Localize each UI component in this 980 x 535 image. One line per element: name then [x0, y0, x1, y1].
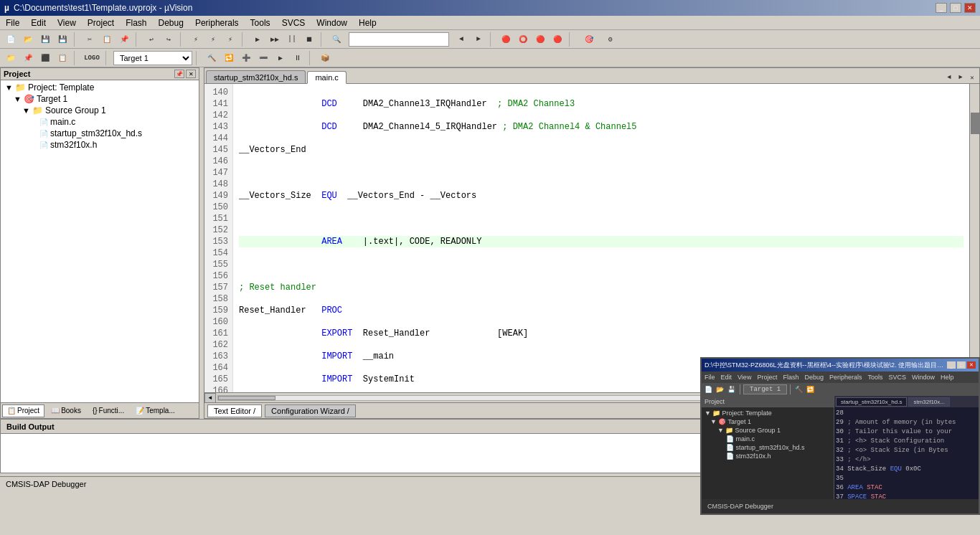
overlay-menu-project[interactable]: Project	[757, 374, 777, 381]
overlay-menu-file[interactable]: File	[705, 374, 715, 381]
search-next-button[interactable]: ►	[471, 32, 486, 47]
cut-button[interactable]: ✂	[82, 32, 98, 47]
save-all-button[interactable]: 💾	[55, 32, 70, 47]
tab-startup[interactable]: startup_stm32f10x_hd.s	[206, 70, 306, 83]
overlay-menu-svcs[interactable]: SVCS	[889, 374, 907, 381]
menu-edit[interactable]: Edit	[25, 16, 52, 29]
overlay-tab-stm32[interactable]: stm32f10x...	[908, 397, 950, 407]
overlay-menu-help[interactable]: Help	[941, 374, 954, 381]
overlay-menu-flash[interactable]: Flash	[783, 374, 798, 381]
overlay-menu-tools[interactable]: Tools	[867, 374, 882, 381]
overlay-build-btn[interactable]: 🔨	[793, 386, 804, 394]
scroll-thumb[interactable]	[218, 396, 275, 400]
logo-btn[interactable]: LOGO	[82, 50, 102, 66]
search-button[interactable]: 🔍	[329, 32, 344, 47]
bottom-tab-text-editor[interactable]: Text Editor /	[207, 404, 262, 417]
overlay-menu-view[interactable]: View	[738, 374, 751, 381]
tree-target1[interactable]: ▼ 🎯 Target 1	[2, 93, 197, 105]
pp-tab-project[interactable]: 📋 Project	[2, 404, 44, 417]
tb-btn-3[interactable]: ⚡	[222, 32, 238, 47]
copy-button[interactable]: 📋	[99, 32, 115, 47]
tree-file-startup[interactable]: 📄 startup_stm32f10x_hd.s	[2, 128, 197, 139]
pp-tab-functions[interactable]: {} Functi...	[88, 404, 129, 417]
code-content[interactable]: DCD DMA2_Channel3_IRQHandler ; DMA2 Chan…	[233, 84, 969, 392]
open-button[interactable]: 📂	[20, 32, 36, 47]
overlay-menu-edit[interactable]: Edit	[721, 374, 732, 381]
target-icon[interactable]: 🎯	[577, 32, 601, 47]
tb-icon-4[interactable]: 🔴	[550, 32, 565, 47]
tab-scroll-right[interactable]: ►	[955, 72, 966, 83]
project-panel-pin[interactable]: 📌	[174, 70, 184, 78]
overlay-tb-3[interactable]: 💾	[726, 386, 737, 394]
overlay-rebuild-btn[interactable]: 🔁	[805, 386, 816, 394]
overlay-minimize[interactable]: _	[947, 361, 956, 369]
close-button[interactable]: ✕	[964, 3, 976, 13]
save-button[interactable]: 💾	[37, 32, 53, 47]
overlay-menu-peripherals[interactable]: Peripherals	[829, 374, 862, 381]
tb-btn-1[interactable]: ⚡	[188, 32, 204, 47]
menu-debug[interactable]: Debug	[153, 16, 189, 29]
tb2-3[interactable]: ⬛	[37, 50, 53, 66]
overlay-menu-window[interactable]: Window	[912, 374, 935, 381]
tree-file-main[interactable]: 📄 main.c	[2, 116, 197, 128]
overlay-maximize[interactable]: □	[957, 361, 966, 369]
tb-icon-3[interactable]: 🔴	[532, 32, 548, 47]
minimize-button[interactable]: _	[936, 3, 947, 13]
overlay-tree-file-main[interactable]: 📄 main.c	[703, 435, 832, 443]
scroll-left-btn[interactable]: ◄	[204, 393, 216, 403]
menu-peripherals[interactable]: Peripherals	[189, 16, 245, 29]
rebuild-btn[interactable]: 🔁	[221, 50, 237, 66]
overlay-tree-root[interactable]: ▼ 📁 Project: Template	[703, 409, 832, 417]
overlay-tree-group[interactable]: ▼ 📁 Source Group 1	[703, 426, 832, 435]
tb-icon-1[interactable]: 🔴	[498, 32, 514, 47]
overlay-tree-file-startup[interactable]: 📄 startup_stm32f10x_hd.s	[703, 443, 832, 452]
target-dropdown[interactable]: Target 1	[113, 51, 192, 65]
panel-resize-handle[interactable]	[199, 67, 202, 419]
tb2-6[interactable]: ➖	[255, 50, 271, 66]
tb-btn-5[interactable]: ▶▶	[267, 32, 283, 47]
menu-file[interactable]: File	[0, 16, 25, 29]
overlay-tb-2[interactable]: 📂	[715, 386, 725, 394]
paste-button[interactable]: 📌	[116, 32, 132, 47]
menu-project[interactable]: Project	[82, 16, 120, 29]
maximize-button[interactable]: □	[950, 3, 961, 13]
build-btn[interactable]: 🔨	[204, 50, 220, 66]
pp-tab-books[interactable]: 📖 Books	[46, 404, 86, 417]
new-file-button[interactable]: 📄	[3, 32, 19, 47]
redo-button[interactable]: ↪	[161, 32, 176, 47]
menu-flash[interactable]: Flash	[120, 16, 152, 29]
tb-btn-6[interactable]: ||	[284, 32, 300, 47]
tb2-5[interactable]: ➕	[238, 50, 254, 66]
menu-window[interactable]: Window	[311, 16, 353, 29]
tb-icon-2[interactable]: ⭕	[515, 32, 531, 47]
tab-scroll-left[interactable]: ◄	[943, 72, 955, 83]
editor-scrollbar[interactable]	[969, 84, 979, 392]
tab-close-btn[interactable]: ✕	[966, 72, 978, 83]
tree-file-stm32[interactable]: 📄 stm32f10x.h	[2, 139, 197, 151]
overlay-tab-startup[interactable]: startup_stm32f10x_hd.s	[836, 397, 907, 407]
menu-svcs[interactable]: SVCS	[276, 16, 311, 29]
tb2-8[interactable]: ⏸	[290, 50, 306, 66]
overlay-menu-debug[interactable]: Debug	[804, 374, 824, 381]
search-input[interactable]	[349, 32, 449, 47]
tb-extra-1[interactable]: ⚙	[603, 32, 618, 47]
overlay-tb-1[interactable]: 📄	[703, 386, 714, 394]
tb2-7[interactable]: ▶	[273, 50, 288, 66]
project-panel-close[interactable]: ✕	[186, 70, 196, 78]
overlay-tree-target[interactable]: ▼ 🎯 Target 1	[703, 417, 832, 426]
pp-tab-templates[interactable]: 📝 Templa...	[131, 404, 180, 417]
tree-project-root[interactable]: ▼ 📁 Project: Template	[2, 82, 197, 93]
tb2-9[interactable]: 📦	[317, 50, 333, 66]
tb2-4[interactable]: 📋	[55, 50, 70, 66]
tb2-2[interactable]: 📌	[20, 50, 36, 66]
undo-button[interactable]: ↩	[143, 32, 159, 47]
search-prev-button[interactable]: ◄	[453, 32, 469, 47]
overlay-close[interactable]: ✕	[967, 361, 976, 369]
tb-btn-7[interactable]: ⏹	[301, 32, 317, 47]
menu-help[interactable]: Help	[353, 16, 382, 29]
tab-main[interactable]: main.c	[307, 71, 346, 84]
menu-view[interactable]: View	[52, 16, 82, 29]
tree-source-group[interactable]: ▼ 📁 Source Group 1	[2, 105, 197, 116]
tb-btn-4[interactable]: ▶	[250, 32, 265, 47]
overlay-target-dropdown[interactable]: Target 1	[743, 384, 787, 394]
